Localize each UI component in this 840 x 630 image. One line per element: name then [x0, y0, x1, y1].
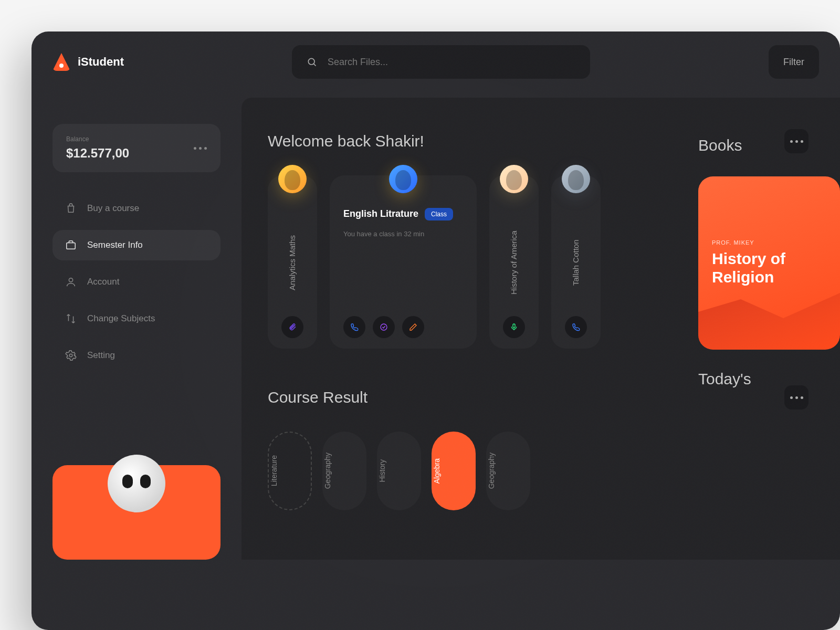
course-result-section: Course Result Literature Geography Histo… [268, 385, 840, 510]
result-pill[interactable]: Geography [486, 432, 530, 510]
book-author: PROF. MIKEY [712, 239, 840, 246]
user-icon [65, 276, 77, 288]
check-button[interactable] [373, 316, 395, 338]
app-window: iStudent Filter Balance $12.577,00 [32, 32, 840, 630]
nav-label: Buy a course [87, 203, 139, 214]
svg-line-1 [313, 64, 316, 66]
course-title: History of America [508, 209, 520, 316]
svg-rect-6 [513, 324, 515, 328]
course-result-header: Course Result [268, 385, 840, 410]
book-card[interactable]: PROF. MIKEY History of Religion [698, 176, 840, 350]
course-card-tallah-cotton[interactable]: Tallah Cotton [551, 175, 601, 349]
balance-card[interactable]: Balance $12.577,00 [52, 124, 220, 172]
course-result-more-button[interactable] [784, 385, 808, 410]
svg-point-0 [308, 58, 314, 65]
book-title: History of Religion [712, 250, 840, 286]
search-input[interactable] [328, 57, 575, 68]
result-pill[interactable]: History [377, 432, 421, 510]
sidebar-item-buy-course[interactable]: Buy a course [52, 193, 220, 224]
today-heading: Today's [693, 370, 840, 388]
briefcase-icon [65, 239, 77, 251]
bag-icon [65, 203, 77, 214]
course-card-english-literature[interactable]: English Litrature Class You have a class… [330, 175, 477, 349]
topbar: iStudent Filter [32, 32, 840, 92]
logo-text: iStudent [78, 55, 124, 69]
gear-icon [65, 350, 77, 361]
class-badge: Class [425, 208, 453, 220]
course-result-title: Course Result [268, 388, 368, 406]
avatar [500, 165, 528, 193]
pencil-icon [409, 323, 417, 331]
course-title: Tallah Cotton [570, 209, 582, 316]
search-bar[interactable] [292, 45, 590, 79]
course-title: English Litrature [343, 208, 418, 220]
result-pill[interactable]: Literature [268, 432, 312, 510]
call-button[interactable] [343, 316, 365, 338]
edit-button[interactable] [402, 316, 424, 338]
books-heading: Books [693, 136, 840, 154]
logo[interactable]: iStudent [52, 53, 124, 71]
more-icon[interactable] [194, 147, 207, 150]
mic-button[interactable] [503, 316, 525, 338]
course-card-analytics-maths[interactable]: Analytics Maths [268, 175, 317, 349]
balance-label: Balance [66, 135, 129, 143]
logo-icon [52, 53, 70, 71]
nav: Buy a course Semester Info Account Chang… [52, 193, 220, 371]
nav-label: Semester Info [87, 240, 143, 250]
svg-point-3 [69, 278, 72, 282]
avatar [562, 165, 590, 193]
phone-icon [350, 323, 359, 331]
result-pill-active[interactable]: Algebra [432, 432, 476, 510]
balance-value: $12.577,00 [66, 146, 129, 161]
avatar [389, 165, 417, 193]
result-row: Literature Geography History Algebra Geo… [268, 432, 840, 510]
sidebar-item-account[interactable]: Account [52, 267, 220, 297]
sidebar: Balance $12.577,00 Buy a course Semester… [32, 92, 242, 560]
check-circle-icon [380, 323, 388, 331]
svg-point-4 [69, 354, 72, 357]
phone-icon [572, 323, 580, 331]
sidebar-item-semester-info[interactable]: Semester Info [52, 230, 220, 260]
welcome-title: Welcome back Shakir! [268, 132, 424, 150]
mic-icon [510, 323, 518, 331]
result-pill[interactable]: Geography [322, 432, 366, 510]
filter-button[interactable]: Filter [769, 45, 819, 79]
course-card-history-america[interactable]: History of America [489, 175, 539, 349]
sidebar-item-change-subjects[interactable]: Change Subjects [52, 303, 220, 334]
search-icon [307, 57, 317, 67]
nav-label: Setting [87, 350, 115, 361]
call-button[interactable] [565, 316, 587, 338]
attachment-button[interactable] [281, 316, 303, 338]
svg-rect-2 [67, 243, 76, 249]
swap-icon [65, 313, 77, 324]
avatar [278, 165, 307, 193]
sidebar-item-setting[interactable]: Setting [52, 340, 220, 371]
robot-avatar [108, 455, 165, 512]
promo-card[interactable] [52, 465, 220, 560]
more-icon [790, 396, 803, 399]
course-title: Analytics Maths [287, 209, 299, 316]
right-column: Books PROF. MIKEY History of Religion [693, 136, 840, 350]
course-subtitle: You have a class in 32 min [343, 230, 424, 238]
attachment-icon [288, 323, 297, 331]
nav-label: Account [87, 277, 119, 287]
svg-point-5 [381, 324, 387, 330]
nav-label: Change Subjects [87, 313, 155, 324]
